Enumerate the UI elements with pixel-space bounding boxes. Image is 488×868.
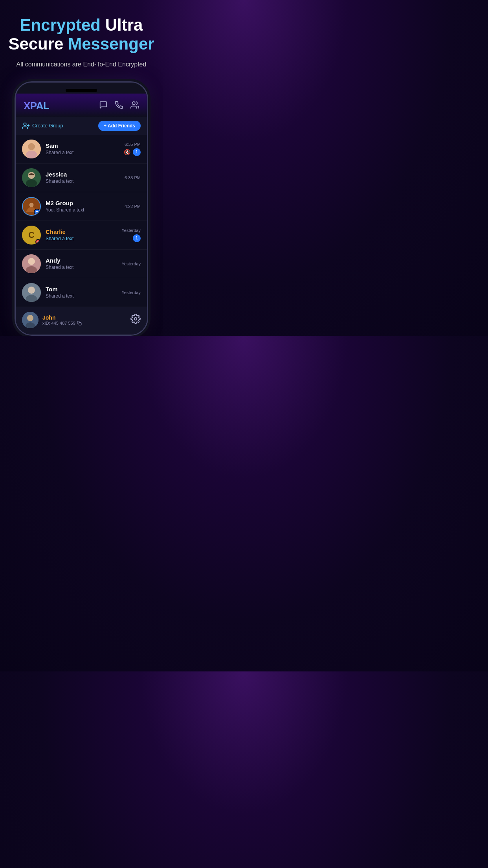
chat-preview-tom: Shared a text — [46, 293, 117, 299]
avatar-m2group — [22, 197, 41, 216]
notch-pill — [66, 89, 97, 92]
chat-meta-jessica: 6:35 PM — [125, 175, 141, 180]
chat-name-charlie: Charlie — [46, 228, 117, 235]
app-header-top: XPAL — [24, 100, 139, 112]
hero-title-messenger: Messenger — [68, 35, 154, 53]
svg-point-9 — [26, 179, 37, 187]
avatar-charlie: C — [22, 226, 41, 245]
chat-badge-charlie: 1 — [133, 234, 141, 242]
chat-meta-sam: 6:35 PM 🔇 1 — [124, 142, 141, 156]
chat-preview-charlie: Shared a text — [46, 236, 117, 241]
chat-name-m2group: M2 Group — [46, 200, 120, 206]
avatar-tom — [22, 283, 41, 302]
chat-time-jessica: 6:35 PM — [125, 175, 141, 180]
chat-info-charlie: Charlie Shared a text — [46, 228, 117, 241]
user-info: John xID: 445 487 559 — [22, 312, 82, 328]
app-logo: XPAL — [24, 100, 49, 112]
avatar-andy — [22, 254, 41, 273]
create-group-label: Create Group — [32, 123, 63, 129]
chat-preview-m2group: You: Shared a text — [46, 207, 120, 213]
svg-point-13 — [37, 211, 38, 212]
svg-point-28 — [134, 318, 137, 320]
action-bar: Create Group + Add Friends — [16, 117, 147, 135]
app-content: XPAL — [16, 94, 147, 335]
chat-list: Sam Shared a text 6:35 PM 🔇 1 — [16, 135, 147, 307]
phone-notch — [16, 83, 147, 94]
chat-meta-charlie: Yesterday 1 — [121, 228, 141, 242]
chat-meta-tom: Yesterday — [121, 290, 141, 295]
chat-preview-andy: Shared a text — [46, 265, 117, 270]
user-id: xID: 445 487 559 — [42, 321, 82, 326]
group-indicator-m2 — [34, 209, 40, 215]
chat-preview-jessica: Shared a text — [46, 178, 120, 184]
header-icons — [99, 101, 139, 111]
chat-badges-sam: 🔇 1 — [124, 148, 141, 156]
user-name: John — [42, 314, 82, 321]
svg-point-25 — [27, 315, 33, 321]
chat-item-m2group[interactable]: M2 Group You: Shared a text 4:22 PM — [16, 192, 147, 221]
chat-item-charlie[interactable]: C Charlie Shared a text Yesterday 1 — [16, 221, 147, 250]
svg-point-0 — [132, 102, 135, 105]
hero-title: Encrypted Ultra Secure Messenger — [8, 16, 154, 54]
svg-point-6 — [26, 151, 37, 158]
chat-info-sam: Sam Shared a text — [46, 142, 119, 155]
chat-icon[interactable] — [99, 101, 108, 111]
app-header: XPAL — [16, 94, 147, 117]
chat-name-jessica: Jessica — [46, 171, 120, 178]
user-id-text: xID: 445 487 559 — [42, 321, 75, 326]
chat-item-tom[interactable]: Tom Shared a text Yesterday — [16, 278, 147, 307]
charlie-x-indicator — [35, 239, 41, 245]
chat-name-sam: Sam — [46, 142, 119, 149]
chat-item-andy[interactable]: Andy Shared a text Yesterday — [16, 250, 147, 278]
user-details: John xID: 445 487 559 — [42, 314, 82, 326]
avatar-sam — [22, 140, 41, 158]
chat-item-jessica[interactable]: Jessica Shared a text 6:35 PM — [16, 164, 147, 192]
chat-info-tom: Tom Shared a text — [46, 286, 117, 299]
svg-point-11 — [29, 203, 34, 207]
contacts-icon[interactable] — [130, 101, 139, 111]
chat-info-andy: Andy Shared a text — [46, 257, 117, 270]
svg-rect-27 — [79, 322, 81, 325]
chat-info-jessica: Jessica Shared a text — [46, 171, 120, 184]
svg-point-1 — [24, 123, 26, 125]
chat-time-sam: 6:35 PM — [125, 142, 141, 147]
chat-badge-sam: 1 — [133, 148, 141, 156]
svg-point-22 — [28, 287, 35, 294]
chat-time-tom: Yesterday — [121, 290, 141, 295]
chat-time-andy: Yesterday — [121, 261, 141, 266]
logo-text: XPAL — [24, 100, 49, 112]
svg-text:C: C — [28, 230, 35, 240]
add-friends-button[interactable]: + Add Friends — [98, 121, 141, 131]
mute-icon-sam: 🔇 — [124, 149, 130, 155]
chat-time-m2group: 4:22 PM — [125, 204, 141, 209]
chat-time-charlie: Yesterday — [121, 228, 141, 233]
chat-info-m2group: M2 Group You: Shared a text — [46, 200, 120, 213]
bottom-bar: John xID: 445 487 559 — [16, 307, 147, 335]
hero-section: Encrypted Ultra Secure Messenger All com… — [8, 16, 154, 81]
settings-icon[interactable] — [130, 314, 141, 326]
hero-subtitle: All communications are End-To-End Encryp… — [8, 60, 154, 69]
chat-name-andy: Andy — [46, 257, 117, 264]
avatar-jessica — [22, 168, 41, 187]
chat-item-sam[interactable]: Sam Shared a text 6:35 PM 🔇 1 — [16, 135, 147, 164]
chat-meta-m2group: 4:22 PM — [125, 204, 141, 209]
chat-preview-sam: Shared a text — [46, 150, 119, 155]
svg-point-5 — [28, 143, 35, 150]
chat-name-tom: Tom — [46, 286, 117, 292]
call-icon[interactable] — [115, 101, 123, 111]
create-group-button[interactable]: Create Group — [22, 122, 63, 130]
svg-point-19 — [28, 258, 35, 265]
hero-title-encrypted: Encrypted — [20, 16, 101, 34]
svg-point-12 — [36, 211, 37, 212]
hero-title-ultra: Ultra — [105, 16, 143, 34]
chat-meta-andy: Yesterday — [121, 261, 141, 266]
user-avatar-john — [22, 312, 39, 328]
phone-frame: XPAL — [15, 81, 148, 336]
hero-title-secure: Secure — [8, 35, 63, 53]
